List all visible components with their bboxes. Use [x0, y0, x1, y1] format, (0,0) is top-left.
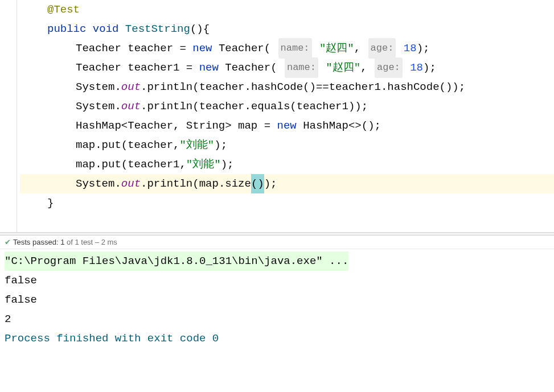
diamond: HashMap<>(); [303, 116, 381, 135]
var: teacher [128, 39, 173, 58]
console-line: false [5, 290, 549, 310]
code-line[interactable]: @Test [20, 0, 554, 19]
comma: , [360, 58, 374, 77]
console-output[interactable]: "C:\Program Files\Java\jdk1.8.0_131\bin\… [0, 249, 554, 350]
var-map: map [238, 116, 257, 135]
type-hashmap: HashMap [76, 116, 121, 135]
param-hint-age: age: [368, 38, 396, 59]
number-literal: 18 [404, 39, 417, 58]
method-name: TestString [125, 19, 190, 39]
code-content[interactable]: @Test public void TestString(){ Teacher … [0, 0, 554, 232]
ctor-close: ); [417, 39, 430, 58]
string-literal: "赵四" [326, 58, 360, 77]
kw-new: new [199, 58, 219, 77]
type: Teacher [76, 58, 121, 77]
check-icon: ✔ [5, 238, 11, 246]
size-call: (map.size [192, 174, 251, 193]
field-out: out [121, 77, 141, 97]
string-literal: "刘能" [186, 155, 221, 174]
console-line: 2 [5, 310, 549, 329]
test-status-bar: ✔ Tests passed: 1 of 1 test – 2 ms [0, 236, 554, 249]
annotation-test: @Test [47, 0, 80, 19]
sig-open: (){ [190, 19, 210, 39]
close: ); [264, 174, 277, 193]
code-editor[interactable]: @Test public void TestString(){ Teacher … [0, 0, 554, 232]
console-exit-code: Process finished with exit code 0 [5, 329, 549, 348]
console-command: "C:\Program Files\Java\jdk1.8.0_131\bin\… [5, 251, 549, 271]
map-put: map.put(teacher1, [76, 155, 186, 174]
close: ); [214, 135, 227, 155]
code-line[interactable]: System.out.println(teacher.hashCode()==t… [20, 77, 554, 97]
code-line[interactable]: } [20, 193, 554, 213]
comma: , [354, 39, 367, 58]
close-brace: } [47, 193, 54, 213]
param-hint-name: name: [285, 57, 318, 78]
code-line[interactable]: map.put(teacher,"刘能"); [20, 135, 554, 155]
string-literal: "赵四" [319, 39, 354, 58]
ctor-close: ); [423, 58, 436, 77]
paren-open: ( [264, 39, 270, 58]
code-line[interactable]: map.put(teacher1,"刘能"); [20, 155, 554, 174]
matched-paren: ( [251, 174, 257, 193]
system: System [76, 174, 114, 193]
ctor: Teacher [225, 58, 270, 77]
args: (teacher.equals(teacher1)); [192, 97, 368, 116]
kw-public: public [47, 19, 86, 39]
args: (teacher.hashCode()==teacher1.hashCode()… [192, 77, 465, 97]
map-put: map.put(teacher, [76, 135, 179, 155]
param-hint-name: name: [278, 38, 312, 59]
kw-new: new [192, 39, 212, 58]
string-literal: "刘能" [179, 135, 214, 155]
method-println: println [147, 174, 192, 193]
field-out: out [121, 174, 141, 193]
code-line-blank[interactable] [20, 213, 554, 232]
ctor: Teacher [219, 39, 264, 58]
console-line: false [5, 271, 549, 290]
field-out: out [121, 97, 141, 116]
system: System [76, 97, 114, 116]
assign: = [179, 58, 199, 77]
var: teacher1 [128, 58, 179, 77]
kw-new: new [277, 116, 297, 135]
matched-paren: ) [257, 174, 264, 193]
code-line[interactable]: Teacher teacher1 = new Teacher( name: "赵… [20, 58, 554, 77]
tests-passed-label: Tests passed: 1 of 1 test – 2 ms [13, 238, 117, 246]
method-println: println [147, 97, 192, 116]
generic: <Teacher, String> [121, 116, 238, 135]
code-line[interactable]: HashMap<Teacher, String> map = new HashM… [20, 116, 554, 135]
code-line[interactable]: System.out.println(teacher.equals(teache… [20, 97, 554, 116]
param-hint-age: age: [375, 57, 403, 78]
close: ); [221, 155, 234, 174]
assign: = [173, 39, 192, 58]
code-line[interactable]: Teacher teacher = new Teacher( name: "赵四… [20, 39, 554, 58]
code-line-current[interactable]: System.out.println(map.size()); [20, 174, 554, 193]
kw-void: void [93, 19, 119, 39]
method-println: println [147, 77, 192, 97]
type: Teacher [76, 39, 121, 58]
editor-gutter [0, 0, 17, 232]
paren-open: ( [270, 58, 277, 77]
number-literal: 18 [410, 58, 423, 77]
code-line[interactable]: public void TestString(){ [20, 19, 554, 39]
system: System [76, 77, 114, 97]
